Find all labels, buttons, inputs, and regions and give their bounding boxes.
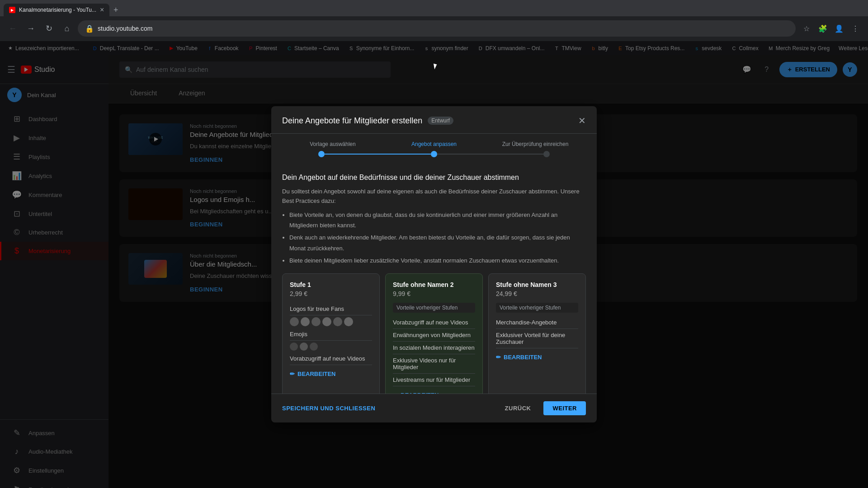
browser-tab-bar: ▶ Kanalmonetarisierung - YouTu... × +	[0, 0, 868, 16]
tier-features-header: Vorteile vorheriger Stufen	[496, 303, 578, 313]
tab-favicon: ▶	[9, 7, 15, 13]
modal-body: Dein Angebot auf deine Bedürfnisse und d…	[271, 164, 597, 394]
star-button[interactable]: ☆	[799, 21, 814, 36]
logo-dot	[333, 317, 342, 326]
modal-title: Deine Angebote für Mitglieder erstellen	[282, 116, 422, 126]
tier-edit-button-1[interactable]: ✏ BEARBEITEN	[290, 371, 372, 377]
edit-icon: ✏	[496, 354, 501, 361]
active-tab[interactable]: ▶ Kanalmonetarisierung - YouTu... ×	[4, 4, 109, 16]
next-button[interactable]: WEITER	[543, 401, 586, 415]
step-line-1	[325, 154, 431, 155]
tier-feature: Vorabzugriff auf neue Videos	[290, 352, 372, 365]
logo-dot	[344, 317, 353, 326]
step-label-3: Zur Überprüfung einreichen	[485, 141, 586, 147]
tier-name: Stufe ohne Namen 2	[393, 281, 475, 288]
logo-dot	[301, 317, 310, 326]
emoji-dot	[290, 343, 298, 351]
tier-feature: Exklusive Videos nur für Mitglieder	[393, 354, 475, 374]
address-bar[interactable]: 🔒 studio.youtube.com	[78, 20, 796, 37]
edit-icon: ✏	[290, 371, 295, 377]
draft-badge: Entwurf	[428, 117, 453, 125]
modal-bullets: Biete Vorteile an, von denen du glaubst,…	[282, 210, 586, 266]
tier-feature: Emojis	[290, 328, 372, 341]
address-text: studio.youtube.com	[98, 25, 788, 32]
back-button[interactable]: ←	[5, 21, 20, 36]
forward-button[interactable]: →	[24, 21, 38, 36]
tier-price: 9,99 €	[393, 290, 475, 297]
edit-label: BEARBEITEN	[297, 371, 336, 377]
tier-card-3: Stufe ohne Namen 3 24,99 € Vorteile vorh…	[488, 273, 586, 394]
browser-actions: ☆ 🧩 👤 ⋮	[799, 21, 863, 36]
account-button[interactable]: 👤	[832, 21, 846, 36]
tier-price: 2,99 €	[290, 290, 372, 297]
bullet-item: Biete Vorteile an, von denen du glaubst,…	[289, 210, 586, 231]
tiers-grid: Stufe 1 2,99 € Logos für treue Fans Emoj…	[282, 273, 586, 394]
step-label-2: Angebot anpassen	[383, 141, 485, 147]
tier-name: Stufe ohne Namen 3	[496, 281, 578, 288]
tier-feature: Livestreams nur für Mitglieder	[393, 374, 475, 386]
extension-button[interactable]: 🧩	[816, 21, 830, 36]
tier-card-2: Stufe ohne Namen 2 9,99 € Vorteile vorhe…	[385, 273, 483, 394]
logo-dot	[290, 317, 299, 326]
logo-dot	[311, 317, 321, 326]
back-button[interactable]: ZURÜCK	[498, 401, 538, 415]
tier-feature: In sozialen Medien interagieren	[393, 342, 475, 354]
step-dot-2	[431, 151, 437, 157]
step-line-2	[437, 154, 543, 155]
step-dot-1	[318, 151, 325, 157]
tier-feature: Exklusiver Vorteil für deine Zuschauer	[496, 329, 578, 348]
tier-card-1: Stufe 1 2,99 € Logos für treue Fans Emoj…	[282, 273, 380, 394]
tier-feature: Erwähnungen von Mitgliedern	[393, 329, 475, 342]
tier-price: 24,99 €	[496, 290, 578, 297]
tier-feature: Vorabzugriff auf neue Videos	[393, 316, 475, 329]
footer-actions: ZURÜCK WEITER	[498, 401, 586, 415]
bullet-item: Denk auch an wiederkehrende Mitglieder. …	[289, 232, 586, 253]
tier-emojis	[290, 343, 372, 351]
tab-title: Kanalmonetarisierung - YouTu...	[19, 7, 96, 13]
browser-chrome: ▶ Kanalmonetarisierung - YouTu... × + ← …	[0, 0, 868, 41]
browser-toolbar: ← → ↻ ⌂ 🔒 studio.youtube.com ☆ 🧩 👤 ⋮	[0, 16, 868, 41]
tier-features-header: Vorteile vorheriger Stufen	[393, 303, 475, 313]
security-icon: 🔒	[85, 24, 94, 33]
modal-section-title: Dein Angebot auf deine Bedürfnisse und d…	[282, 174, 586, 182]
emoji-dot	[310, 343, 318, 351]
modal-dialog: Deine Angebote für Mitglieder erstellen …	[271, 106, 597, 422]
modal-footer: SPEICHERN UND SCHLIESSEN ZURÜCK WEITER	[271, 394, 597, 422]
tab-close-button[interactable]: ×	[100, 6, 104, 14]
modal-section-desc: Du solltest dein Angebot sowohl auf dein…	[282, 187, 586, 206]
new-tab-button[interactable]: +	[109, 4, 122, 16]
modal-overlay: Deine Angebote für Mitglieder erstellen …	[0, 41, 868, 488]
home-button[interactable]: ⌂	[60, 21, 74, 36]
steps-bar: Vorlage auswählen Angebot anpassen Zur Ü…	[271, 134, 597, 164]
tier-feature: Logos für treue Fans	[290, 303, 372, 315]
menu-button[interactable]: ⋮	[848, 21, 863, 36]
tier-feature: Merchandise-Angebote	[496, 316, 578, 329]
emoji-dot	[300, 343, 308, 351]
tier-logos	[290, 317, 372, 326]
step-label-1: Vorlage auswählen	[282, 141, 383, 147]
tier-name: Stufe 1	[290, 281, 372, 288]
step-dot-3	[543, 151, 550, 157]
save-close-button[interactable]: SPEICHERN UND SCHLIESSEN	[282, 405, 375, 412]
logo-dot	[322, 317, 331, 326]
tier-edit-button-3[interactable]: ✏ BEARBEITEN	[496, 354, 578, 361]
edit-label: BEARBEITEN	[504, 354, 542, 361]
refresh-button[interactable]: ↻	[42, 21, 56, 36]
modal-close-button[interactable]: ✕	[578, 115, 586, 126]
modal-header: Deine Angebote für Mitglieder erstellen …	[271, 106, 597, 134]
bullet-item: Biete deinen Mitgliedern lieber zusätzli…	[289, 255, 586, 266]
